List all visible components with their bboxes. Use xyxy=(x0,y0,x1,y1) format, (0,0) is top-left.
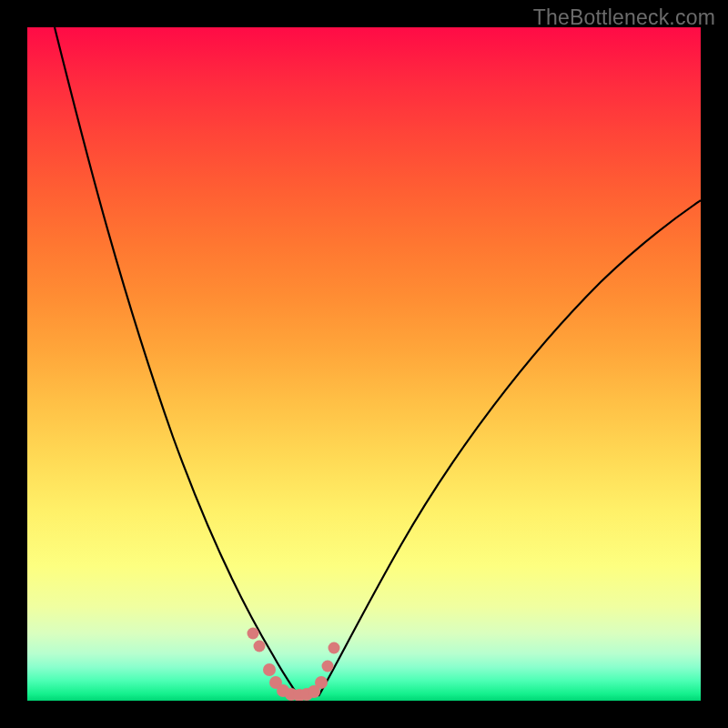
chart-frame: TheBottleneck.com xyxy=(0,0,728,728)
watermark-text: TheBottleneck.com xyxy=(533,5,715,30)
right-curve xyxy=(318,200,701,696)
svg-point-2 xyxy=(263,663,276,676)
curves-layer xyxy=(27,27,701,701)
trough-dot-chain xyxy=(248,628,340,702)
svg-point-11 xyxy=(329,642,340,654)
svg-point-9 xyxy=(315,676,328,689)
plot-area xyxy=(27,27,701,701)
left-curve xyxy=(55,27,298,696)
svg-point-10 xyxy=(322,661,334,672)
svg-point-1 xyxy=(254,641,266,652)
svg-point-0 xyxy=(248,628,259,640)
